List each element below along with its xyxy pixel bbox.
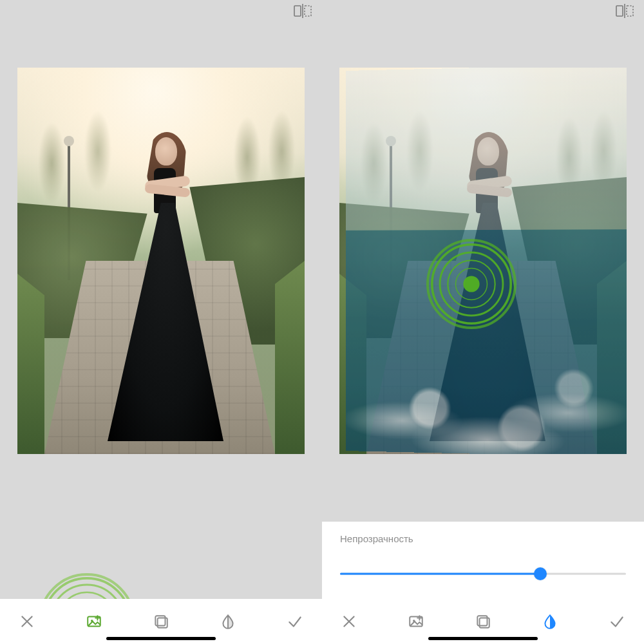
opacity-button[interactable] [536, 607, 564, 636]
compare-icon[interactable] [616, 4, 634, 18]
opacity-slider[interactable] [340, 566, 626, 582]
add-image-button[interactable] [80, 607, 108, 636]
left-screen [0, 0, 322, 644]
slider-thumb[interactable] [534, 567, 547, 580]
photo-canvas[interactable] [339, 68, 627, 454]
confirm-button[interactable] [603, 607, 631, 636]
cancel-button[interactable] [13, 607, 41, 636]
confirm-button[interactable] [281, 607, 309, 636]
slider-track-fill [340, 573, 540, 575]
right-screen: Непрозрачность [322, 0, 644, 644]
svg-rect-1 [305, 6, 311, 16]
double-exposure-overlay[interactable] [346, 68, 627, 454]
svg-rect-12 [627, 6, 633, 16]
styles-button[interactable] [469, 607, 497, 636]
styles-button[interactable] [147, 607, 175, 636]
opacity-button[interactable] [214, 607, 242, 636]
subject-figure [108, 106, 223, 441]
opacity-label: Непрозрачность [340, 533, 626, 544]
svg-rect-11 [616, 6, 623, 16]
compare-icon[interactable] [294, 4, 312, 18]
photo-canvas[interactable] [17, 68, 305, 454]
add-image-button[interactable] [402, 607, 430, 636]
home-indicator [428, 637, 538, 640]
photo-base [17, 68, 305, 454]
home-indicator [106, 637, 216, 640]
cancel-button[interactable] [335, 607, 363, 636]
svg-rect-0 [294, 6, 301, 16]
opacity-panel: Непрозрачность [322, 522, 644, 599]
